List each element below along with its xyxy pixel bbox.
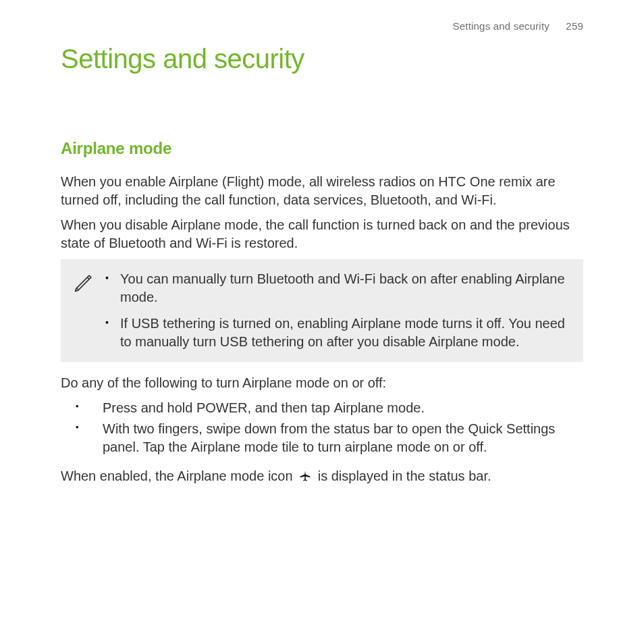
paragraph-1: When you enable Airplane (Flight) mode, … — [61, 173, 583, 209]
para4-post: is displayed in the status bar. — [318, 468, 491, 483]
note-box: You can manually turn Bluetooth and Wi-F… — [61, 259, 583, 362]
running-header: Settings and security 259 — [61, 20, 583, 32]
steps-list: Press and hold POWER, and then tap Airpl… — [61, 399, 583, 456]
note-list: You can manually turn Bluetooth and Wi-F… — [100, 270, 572, 351]
page-title: Settings and security — [61, 44, 583, 74]
note-item: If USB tethering is turned on, enabling … — [120, 315, 570, 351]
airplane-icon — [299, 468, 311, 487]
pencil-icon — [72, 270, 100, 295]
step-text-post: . — [421, 400, 425, 415]
step-text-post: tile to turn airplane mode on or off. — [278, 439, 487, 454]
section-heading: Airplane mode — [61, 139, 583, 158]
step-item: Press and hold POWER, and then tap Airpl… — [103, 399, 583, 417]
page-number: 259 — [566, 20, 583, 32]
step-item: With two fingers, swipe down from the st… — [103, 420, 583, 456]
note-item: You can manually turn Bluetooth and Wi-F… — [120, 270, 570, 306]
paragraph-3: Do any of the following to turn Airplane… — [61, 374, 583, 392]
chapter-name: Settings and security — [453, 20, 549, 32]
step-text-bold: Airplane mode — [333, 400, 421, 415]
step-text-bold: Airplane mode — [191, 439, 278, 454]
page: Settings and security 259 Settings and s… — [0, 0, 644, 520]
svg-line-0 — [87, 277, 89, 279]
svg-line-1 — [77, 288, 79, 290]
paragraph-4: When enabled, the Airplane mode icon is … — [61, 467, 583, 487]
step-text-pre: Press and hold POWER, and then tap — [103, 400, 333, 415]
para4-pre: When enabled, the Airplane mode icon — [61, 468, 296, 483]
paragraph-2: When you disable Airplane mode, the call… — [61, 216, 583, 252]
